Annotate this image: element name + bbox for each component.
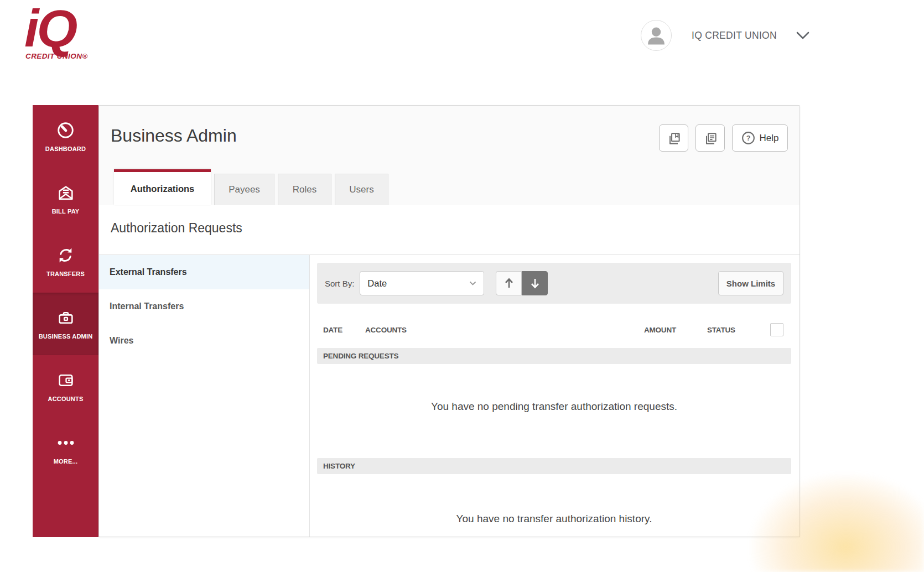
column-header-status: STATUS — [707, 326, 739, 334]
sidebar-item-transfers[interactable]: TRANSFERS — [33, 230, 98, 293]
transfer-type-subnav: External Transfers Internal Transfers Wi… — [99, 255, 309, 537]
sidebar-item-more[interactable]: MORE... — [33, 418, 98, 480]
dashboard-gauge-icon — [56, 121, 75, 139]
envelope-icon — [56, 183, 75, 202]
tab-label: Users — [349, 184, 373, 195]
sort-descending-button[interactable] — [522, 271, 548, 295]
panel-header: Business Admin — [99, 106, 800, 205]
subnav-item-wires[interactable]: Wires — [99, 324, 309, 358]
tab-users[interactable]: Users — [335, 174, 388, 205]
tab-bar: Authorizations Payees Roles Users — [114, 169, 388, 205]
sidebar-item-bill-pay[interactable]: BILL PAY — [33, 168, 98, 230]
user-menu[interactable]: IQ CREDIT UNION — [641, 20, 810, 51]
logo-subtext: CREDIT UNION® — [25, 52, 88, 60]
show-limits-button[interactable]: Show Limits — [718, 271, 783, 295]
authorizations-content: Sort By: Date — [309, 255, 800, 537]
iq-credit-union-logo[interactable]: iQ CREDIT UNION® — [24, 1, 88, 60]
logo-text: iQ — [24, 1, 88, 55]
sort-by-label: Sort By: — [325, 279, 354, 288]
sort-toolbar: Sort By: Date — [317, 263, 791, 304]
person-icon — [641, 20, 671, 51]
ellipsis-icon — [55, 433, 77, 452]
sidebar-item-business-admin[interactable]: BUSINESS ADMIN — [33, 293, 98, 355]
select-all-checkbox[interactable] — [770, 323, 783, 336]
history-empty-message: You have no transfer authorization histo… — [317, 513, 791, 525]
sidebar-item-label: TRANSFERS — [46, 271, 85, 277]
tab-label: Roles — [293, 184, 316, 195]
section-title: Authorization Requests — [99, 205, 800, 236]
help-button-label: Help — [760, 133, 779, 144]
question-circle-icon: ? — [741, 131, 755, 145]
sidebar-item-accounts[interactable]: ACCOUNTS — [33, 355, 98, 418]
subnav-item-external-transfers[interactable]: External Transfers — [99, 255, 309, 289]
table-header-row: DATE ACCOUNTS AMOUNT STATUS — [317, 320, 791, 339]
sidebar-item-dashboard[interactable]: DASHBOARD — [33, 105, 98, 168]
sidebar-item-label: DASHBOARD — [45, 145, 86, 152]
tab-payees[interactable]: Payees — [214, 174, 274, 205]
sort-field-select[interactable]: Date — [360, 271, 484, 295]
bookmarked-book-icon — [666, 131, 682, 146]
subnav-item-label: Internal Transfers — [110, 301, 184, 311]
tab-label: Payees — [229, 184, 260, 195]
arrow-up-icon — [504, 278, 514, 289]
page-title: Business Admin — [111, 126, 237, 146]
subnav-item-internal-transfers[interactable]: Internal Transfers — [99, 289, 309, 324]
header-actions: ? Help — [659, 124, 788, 152]
sidebar-item-label: BILL PAY — [52, 208, 80, 215]
section-header: Authorization Requests — [99, 205, 800, 255]
chevron-down-icon — [469, 281, 476, 285]
help-button[interactable]: ? Help — [732, 124, 788, 152]
tab-authorizations[interactable]: Authorizations — [114, 169, 211, 205]
page: iQ CREDIT UNION® IQ CREDIT UNION DASHBOA… — [0, 0, 924, 572]
arrow-down-icon — [530, 278, 540, 289]
avatar — [641, 20, 672, 51]
user-name: IQ CREDIT UNION — [692, 30, 777, 41]
reports-button[interactable] — [695, 124, 725, 152]
sort-direction-toggle — [496, 271, 548, 295]
sidebar: DASHBOARD BILL PAY — [33, 105, 98, 537]
wallet-icon — [56, 371, 75, 389]
sort-ascending-button[interactable] — [496, 271, 522, 295]
pending-empty-message: You have no pending transfer authorizati… — [317, 401, 791, 413]
tab-label: Authorizations — [131, 184, 195, 194]
column-header-date: DATE — [323, 326, 365, 334]
sync-arrows-icon — [56, 246, 75, 264]
sort-field-value: Date — [367, 278, 387, 289]
briefcase-icon — [56, 308, 75, 327]
column-header-accounts: ACCOUNTS — [365, 326, 644, 334]
business-admin-panel: Business Admin — [98, 105, 800, 537]
chevron-down-icon — [796, 30, 810, 40]
column-header-amount: AMOUNT — [644, 326, 676, 334]
history-label: HISTORY — [323, 462, 355, 470]
stacked-documents-icon — [703, 131, 718, 146]
sidebar-item-label: MORE... — [54, 458, 78, 465]
sidebar-item-label: BUSINESS ADMIN — [39, 333, 93, 340]
pending-requests-label: PENDING REQUESTS — [323, 352, 398, 360]
tab-roles[interactable]: Roles — [278, 174, 331, 205]
saved-templates-button[interactable] — [659, 124, 688, 152]
pending-requests-band: PENDING REQUESTS — [317, 348, 791, 364]
svg-text:?: ? — [746, 134, 750, 142]
history-band: HISTORY — [317, 458, 791, 474]
subnav-item-label: External Transfers — [110, 267, 187, 277]
subnav-item-label: Wires — [110, 336, 133, 346]
sidebar-item-label: ACCOUNTS — [48, 396, 84, 402]
show-limits-label: Show Limits — [726, 279, 775, 288]
